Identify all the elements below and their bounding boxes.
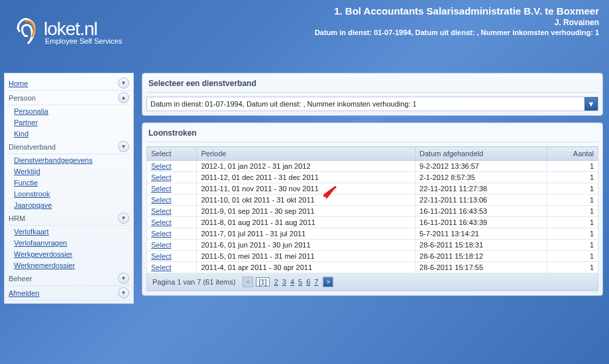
select-link[interactable]: Select [151, 218, 172, 226]
sidebar-item-werktijd[interactable]: Werktijd [7, 166, 131, 177]
next-page-button[interactable]: > [323, 277, 333, 287]
sidebar-group-label: Persoon [9, 94, 36, 102]
select-link[interactable]: Select [151, 162, 172, 170]
cell-aantal: 1 [547, 161, 598, 172]
sidebar-item-personalia[interactable]: Personalia [7, 106, 131, 116]
cell-aantal: 1 [547, 217, 598, 228]
cell-aantal: 1 [547, 262, 598, 273]
table-row: Select2011-6, 01 jun 2011 - 30 jun 20112… [147, 240, 598, 251]
sidebar-item-partner[interactable]: Partner [7, 117, 131, 128]
chevron-left-icon: < [247, 279, 250, 285]
sidebar-group-hrm[interactable]: HRM▼ [7, 211, 131, 226]
chevron-down-icon: ▼ [118, 287, 129, 298]
sidebar-group-home[interactable]: Home▼ [7, 76, 131, 91]
cell-periode: 2011-9, 01 sep 2011 - 30 sep 2011 [197, 206, 415, 217]
combo-dropdown-button[interactable]: ▼ [584, 97, 598, 111]
pager-summary: Pagina 1 van 7 (61 items) [152, 278, 235, 286]
chevron-down-icon: ▼ [118, 141, 129, 152]
cell-periode: 2011-8, 01 aug 2011 - 31 aug 2011 [197, 217, 415, 228]
select-link[interactable]: Select [151, 185, 172, 193]
cell-periode: 2011-6, 01 jun 2011 - 30 jun 2011 [197, 240, 415, 251]
cell-periode: 2012-1, 01 jan 2012 - 31 jan 2012 [197, 161, 415, 172]
employment-combo[interactable]: Datum in dienst: 01-07-1994, Datum uit d… [146, 97, 598, 111]
page-link[interactable]: 2 [272, 278, 280, 286]
col-aantal: Aantal [547, 147, 598, 161]
cell-aantal: 1 [547, 183, 598, 195]
sidebar-item-loonstrook[interactable]: Loonstrook [7, 189, 131, 199]
sidebar-item-dienstverbandgegevens[interactable]: Dienstverbandgegevens [7, 155, 131, 165]
sidebar: Home▼Persoon▲PersonaliaPartnerKindDienst… [4, 73, 134, 304]
sidebar-item-verlofaanvragen[interactable]: Verlofaanvragen [7, 238, 131, 248]
user-name: J. Rovainen [315, 18, 599, 27]
select-link[interactable]: Select [151, 173, 172, 181]
sidebar-group-dienstverband[interactable]: Dienstverband▼ [7, 140, 131, 154]
table-row: Select2011-12, 01 dec 2011 - 31 dec 2011… [147, 172, 598, 183]
page-link[interactable]: 6 [304, 278, 312, 286]
sidebar-item-werknemerdossier[interactable]: Werknemerdossier [7, 260, 131, 271]
select-link[interactable]: Select [151, 196, 172, 204]
chevron-down-icon: ▼ [118, 77, 129, 89]
sidebar-group-persoon[interactable]: Persoon▲ [7, 91, 131, 105]
cell-datum: 2-1-2012 8:57:35 [415, 172, 547, 183]
logo-icon [15, 15, 40, 49]
sidebar-group-afmelden[interactable]: Afmelden▼ [7, 286, 131, 300]
current-page: [1] [256, 277, 269, 287]
cell-aantal: 1 [547, 206, 598, 217]
select-link[interactable]: Select [151, 230, 172, 238]
sidebar-item-kind[interactable]: Kind [7, 128, 131, 139]
employment-detail: Datum in dienst: 01-07-1994, Datum uit d… [315, 28, 599, 36]
sidebar-group-label: HRM [9, 214, 25, 222]
page-link[interactable]: 3 [280, 278, 288, 286]
payslips-panel: Loonstroken Select Periode Datum afgehan… [142, 122, 603, 296]
chevron-down-icon: ▼ [118, 212, 129, 224]
cell-datum: 22-11-2011 11:13:06 [415, 195, 547, 206]
sidebar-item-werkgeverdossier[interactable]: Werkgeverdossier [7, 249, 131, 259]
cell-datum: 5-7-2011 13:14:21 [415, 228, 547, 240]
cell-aantal: 1 [547, 228, 598, 240]
cell-aantal: 1 [547, 195, 598, 206]
combo-value: Datum in dienst: 01-07-1994, Datum uit d… [147, 99, 584, 109]
table-row: Select2011-7, 01 jul 2011 - 31 jul 20115… [147, 228, 598, 240]
grid-title: Loonstroken [146, 127, 598, 142]
sidebar-group-label: Afmelden [9, 289, 39, 297]
cell-aantal: 1 [547, 251, 598, 262]
table-row: Select2012-1, 01 jan 2012 - 31 jan 20129… [147, 161, 598, 172]
cell-datum: 28-6-2011 15:18:31 [415, 240, 547, 251]
company-name: 1. Bol Accountants Salarisadministratie … [315, 5, 599, 17]
col-datum: Datum afgehandeld [415, 147, 547, 161]
sidebar-group-beheer[interactable]: Beheer▼ [7, 271, 131, 286]
select-employment-panel: Selecteer een dienstverband Datum in die… [142, 73, 603, 116]
cell-aantal: 1 [547, 172, 598, 183]
prev-page-button: < [243, 277, 253, 287]
chevron-up-icon: ▲ [118, 92, 129, 103]
cell-periode: 2011-10, 01 okt 2011 - 31 okt 2011 [197, 195, 415, 206]
cell-datum: 16-11-2011 16:43:39 [415, 217, 547, 228]
table-row: Select2011-9, 01 sep 2011 - 30 sep 20111… [147, 206, 598, 217]
chevron-down-icon: ▼ [588, 100, 595, 108]
table-row: Select2011-4, 01 apr 2011 - 30 apr 20112… [147, 262, 598, 273]
panel-title: Selecteer een dienstverband [146, 77, 598, 93]
cell-datum: 28-6-2011 15:18:12 [415, 251, 547, 262]
sidebar-item-jaaropgave[interactable]: Jaaropgave [7, 200, 131, 210]
sidebar-item-functie[interactable]: Functie [7, 177, 131, 188]
page-link[interactable]: 7 [312, 278, 320, 286]
pager: Pagina 1 van 7 (61 items) < [1] 234567 > [146, 273, 598, 291]
cell-datum: 16-11-2011 16:43:53 [415, 206, 547, 217]
logo: loket.nl Employee Self Services [15, 15, 122, 49]
table-row: Select2011-5, 01 mei 2011 - 31 mei 20112… [147, 251, 598, 262]
table-header-row: Select Periode Datum afgehandeld Aantal [147, 147, 598, 161]
select-link[interactable]: Select [151, 263, 172, 271]
page-link[interactable]: 5 [296, 278, 304, 286]
chevron-right-icon: > [327, 279, 330, 285]
payslips-table: Select Periode Datum afgehandeld Aantal … [146, 146, 598, 273]
cell-datum: 9-2-2012 13:36:57 [415, 161, 547, 172]
select-link[interactable]: Select [151, 252, 172, 260]
sidebar-group-label: Beheer [9, 275, 32, 283]
page-link[interactable]: 4 [288, 278, 296, 286]
select-link[interactable]: Select [151, 241, 172, 249]
logo-tagline: Employee Self Services [44, 37, 122, 45]
table-row: Select2011-10, 01 okt 2011 - 31 okt 2011… [147, 195, 598, 206]
select-link[interactable]: Select [151, 207, 172, 215]
sidebar-item-verlofkaart[interactable]: Verlofkaart [7, 226, 131, 237]
col-periode: Periode [197, 147, 415, 161]
